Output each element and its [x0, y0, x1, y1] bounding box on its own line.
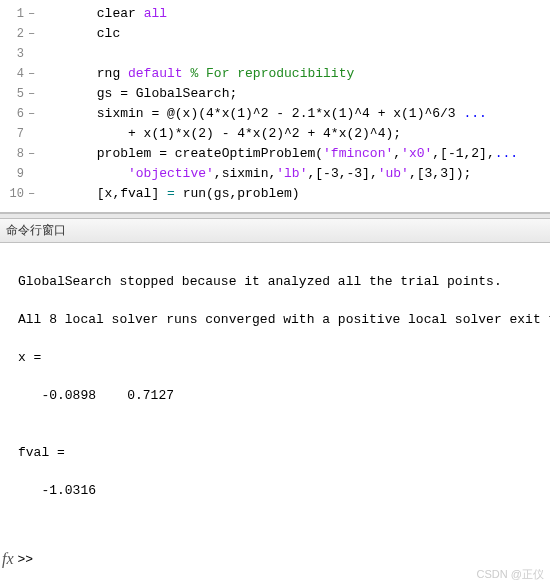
line-number: 6: [0, 104, 28, 124]
breakpoint-dash[interactable]: –: [28, 4, 42, 24]
editor-pane[interactable]: 1– clear all2– clc34– rng default % For …: [0, 0, 550, 213]
command-window-output[interactable]: GlobalSearch stopped because it analyzed…: [0, 243, 550, 508]
code-text[interactable]: clc: [42, 24, 120, 44]
line-number: 10: [0, 184, 28, 204]
line-number: 7: [0, 124, 28, 144]
code-line[interactable]: 1– clear all: [0, 4, 550, 24]
watermark: CSDN @正仪: [477, 567, 544, 582]
command-window-title: 命令行窗口: [0, 219, 550, 243]
code-line[interactable]: 6– sixmin = @(x)(4*x(1)^2 - 2.1*x(1)^4 +…: [0, 104, 550, 124]
line-number: 1: [0, 4, 28, 24]
code-text[interactable]: clear all: [42, 4, 167, 24]
breakpoint-dash[interactable]: –: [28, 64, 42, 84]
code-line[interactable]: 3: [0, 44, 550, 64]
fx-icon[interactable]: fx: [0, 550, 18, 568]
line-number: 2: [0, 24, 28, 44]
line-number: 3: [0, 44, 28, 64]
command-prompt-row[interactable]: fx >>: [0, 550, 33, 568]
code-text[interactable]: gs = GlobalSearch;: [42, 84, 237, 104]
prompt-symbol: >>: [18, 552, 34, 567]
code-line[interactable]: 5– gs = GlobalSearch;: [0, 84, 550, 104]
code-text[interactable]: 'objective',sixmin,'lb',[-3,-3],'ub',[3,…: [42, 164, 471, 184]
line-number: 8: [0, 144, 28, 164]
line-number: 5: [0, 84, 28, 104]
code-line[interactable]: 9 'objective',sixmin,'lb',[-3,-3],'ub',[…: [0, 164, 550, 184]
breakpoint-dash[interactable]: –: [28, 24, 42, 44]
code-line[interactable]: 8– problem = createOptimProblem('fmincon…: [0, 144, 550, 164]
breakpoint-dash[interactable]: –: [28, 184, 42, 204]
code-text[interactable]: rng default % For reproducibility: [42, 64, 354, 84]
breakpoint-dash[interactable]: –: [28, 104, 42, 124]
code-text[interactable]: [x,fval] = run(gs,problem): [42, 184, 300, 204]
code-line[interactable]: 4– rng default % For reproducibility: [0, 64, 550, 84]
code-line[interactable]: 10– [x,fval] = run(gs,problem): [0, 184, 550, 204]
code-text[interactable]: sixmin = @(x)(4*x(1)^2 - 2.1*x(1)^4 + x(…: [42, 104, 487, 124]
line-number: 4: [0, 64, 28, 84]
code-line[interactable]: 2– clc: [0, 24, 550, 44]
line-number: 9: [0, 164, 28, 184]
code-text[interactable]: + x(1)*x(2) - 4*x(2)^2 + 4*x(2)^4);: [42, 124, 401, 144]
breakpoint-dash[interactable]: –: [28, 144, 42, 164]
code-text[interactable]: problem = createOptimProblem('fmincon','…: [42, 144, 518, 164]
code-line[interactable]: 7 + x(1)*x(2) - 4*x(2)^2 + 4*x(2)^4);: [0, 124, 550, 144]
breakpoint-dash[interactable]: –: [28, 84, 42, 104]
